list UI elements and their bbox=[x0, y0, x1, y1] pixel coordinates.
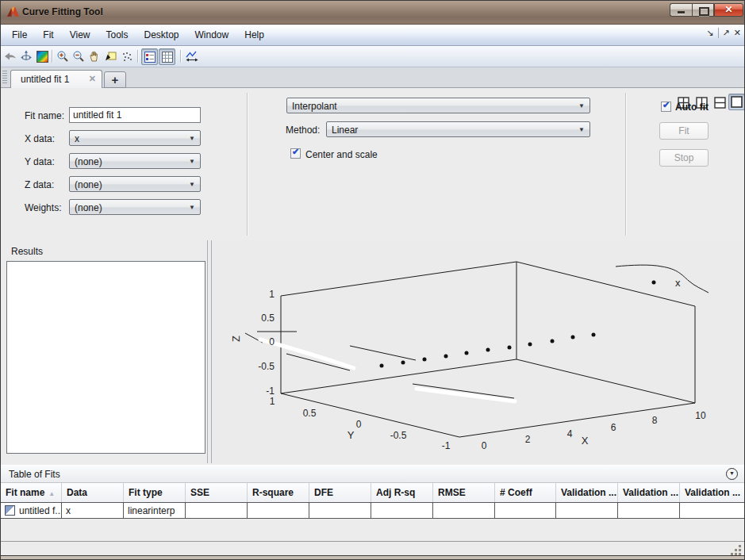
menu-desktop[interactable]: Desktop bbox=[136, 26, 187, 44]
title-bar[interactable]: Curve Fitting Tool ✕ bbox=[1, 1, 744, 25]
maximize-icon bbox=[699, 7, 709, 16]
minimize-icon bbox=[678, 11, 685, 13]
y-axis-label: Y bbox=[348, 429, 355, 441]
exclude-outliers-icon[interactable] bbox=[120, 49, 134, 63]
y-data-label: Y data: bbox=[25, 156, 55, 167]
method-select[interactable]: Linear ▼ bbox=[326, 121, 590, 137]
table-row-cell-validation-2[interactable] bbox=[618, 502, 680, 519]
layout-single-icon[interactable] bbox=[728, 94, 745, 110]
table-row-cell-fit-type[interactable]: linearinterp bbox=[124, 502, 186, 519]
status-bar bbox=[1, 541, 744, 556]
pan-icon[interactable] bbox=[87, 49, 102, 63]
table-row-cell-sse[interactable] bbox=[186, 502, 248, 519]
minimize-button[interactable] bbox=[670, 3, 692, 17]
table-row-cell-coeff[interactable] bbox=[495, 502, 556, 519]
z-data-label: Z data: bbox=[25, 179, 54, 190]
results-box[interactable] bbox=[6, 261, 205, 454]
col-header-data[interactable]: Data bbox=[62, 483, 124, 502]
collapse-panel-button[interactable]: ▼ bbox=[726, 468, 738, 480]
toolbar bbox=[1, 46, 744, 67]
menu-window[interactable]: Window bbox=[187, 26, 237, 44]
table-row-cell-data[interactable]: x bbox=[62, 502, 124, 519]
table-row-cell-dfe[interactable] bbox=[309, 502, 371, 519]
table-row-cell-validation-1[interactable] bbox=[556, 502, 618, 519]
chevron-down-icon: ▼ bbox=[189, 158, 195, 165]
add-fit-tab-button[interactable]: + bbox=[104, 71, 126, 88]
svg-text:0.5: 0.5 bbox=[303, 408, 317, 419]
plot-canvas[interactable]: x 1 0.5 0 -0.5 -1 Z 1 0.5 0 -0.5 -1 Y bbox=[213, 240, 745, 463]
tab-untitled-fit-1[interactable]: untitled fit 1 ✕ bbox=[10, 70, 102, 88]
col-header-adj-r-sq[interactable]: Adj R-sq bbox=[371, 483, 433, 502]
col-header-coeff[interactable]: # Coeff bbox=[495, 483, 556, 502]
table-row-cell-validation-3[interactable] bbox=[680, 502, 745, 519]
panel-divider bbox=[247, 93, 248, 236]
data-cursor-icon[interactable] bbox=[103, 49, 117, 63]
chevron-down-icon: ▼ bbox=[189, 181, 195, 188]
print-icon[interactable] bbox=[3, 49, 17, 63]
dock-icon[interactable]: ↘ bbox=[706, 28, 713, 38]
col-header-validation-2[interactable]: Validation ... bbox=[618, 483, 680, 502]
rotate-3d-icon[interactable] bbox=[19, 49, 33, 63]
menu-tools[interactable]: Tools bbox=[98, 26, 136, 44]
svg-text:-0.5: -0.5 bbox=[258, 361, 275, 372]
y-data-select[interactable]: (none) ▼ bbox=[69, 153, 201, 169]
table-row-cell-r-square[interactable] bbox=[248, 502, 309, 519]
maximize-button[interactable] bbox=[692, 3, 714, 17]
col-header-rmse[interactable]: RMSE bbox=[433, 483, 495, 502]
auto-fit-checkbox[interactable]: ✔ bbox=[661, 102, 671, 112]
table-row-cell-rmse[interactable] bbox=[433, 502, 495, 519]
svg-text:0: 0 bbox=[269, 336, 275, 347]
plot-panel: x 1 0.5 0 -0.5 -1 Z 1 0.5 0 -0.5 -1 Y bbox=[213, 240, 745, 463]
z-data-select[interactable]: (none) ▼ bbox=[69, 176, 201, 192]
col-header-sse[interactable]: SSE bbox=[186, 483, 248, 502]
contour-icon[interactable] bbox=[35, 49, 49, 63]
col-header-validation-1[interactable]: Validation ... bbox=[556, 483, 618, 502]
fit-name-input[interactable]: untitled fit 1 bbox=[69, 107, 201, 123]
legend-toggle-button[interactable] bbox=[141, 48, 158, 65]
menu-file[interactable]: File bbox=[4, 26, 35, 44]
tab-grip[interactable] bbox=[2, 71, 7, 85]
x-axis-label: X bbox=[582, 435, 589, 447]
fit-category-select[interactable]: Interpolant ▼ bbox=[286, 98, 590, 113]
center-and-scale-checkbox[interactable]: ✔ bbox=[290, 148, 301, 159]
menu-view[interactable]: View bbox=[62, 26, 98, 44]
divider bbox=[718, 28, 719, 38]
x-data-select[interactable]: x ▼ bbox=[69, 130, 201, 146]
close-icon: ✕ bbox=[724, 4, 732, 15]
matlab-logo-icon bbox=[6, 6, 20, 19]
contour-colormap bbox=[36, 51, 48, 63]
y-data-value: (none) bbox=[75, 156, 102, 167]
col-header-r-square[interactable]: R-square bbox=[248, 483, 309, 502]
tab-close-icon[interactable]: ✕ bbox=[89, 74, 96, 84]
layout-split-horizontal-icon[interactable] bbox=[712, 95, 727, 109]
z-axis-label: Z bbox=[230, 336, 242, 342]
table-of-fits-header: Table of Fits ▼ bbox=[1, 465, 744, 483]
col-header-dfe[interactable]: DFE bbox=[309, 483, 371, 502]
table-row-cell-fit-name[interactable]: untitled f... bbox=[1, 502, 62, 519]
results-plot-splitter[interactable] bbox=[207, 240, 212, 463]
col-header-fit-type[interactable]: Fit type bbox=[124, 483, 186, 502]
menubar-close-icon[interactable]: ✕ bbox=[734, 28, 741, 38]
zoom-out-icon[interactable] bbox=[71, 49, 86, 63]
method-value: Linear bbox=[332, 125, 358, 136]
stop-button[interactable]: Stop bbox=[659, 149, 709, 167]
adjust-axes-icon[interactable] bbox=[184, 49, 200, 63]
table-row-cell-adj-r-sq[interactable] bbox=[371, 502, 433, 519]
menubar-corner-controls: ↘ ↗ ✕ bbox=[706, 28, 741, 38]
panel-divider bbox=[625, 93, 626, 236]
plot-legend[interactable]: x bbox=[616, 265, 709, 293]
col-header-fit-name[interactable]: Fit name▲ bbox=[1, 483, 62, 502]
svg-text:8: 8 bbox=[652, 415, 658, 426]
x-data-value: x bbox=[75, 133, 79, 144]
undock-icon[interactable]: ↗ bbox=[723, 28, 730, 38]
z-data-value: (none) bbox=[75, 179, 102, 190]
col-header-validation-3[interactable]: Validation ... bbox=[680, 483, 745, 502]
weights-select[interactable]: (none) ▼ bbox=[69, 199, 201, 215]
close-button[interactable]: ✕ bbox=[714, 3, 743, 17]
grid-toggle-button[interactable] bbox=[159, 48, 175, 65]
menu-fit[interactable]: Fit bbox=[35, 26, 61, 44]
resize-grip[interactable] bbox=[732, 546, 741, 555]
menu-help[interactable]: Help bbox=[236, 26, 272, 44]
zoom-in-icon[interactable] bbox=[56, 49, 70, 63]
fit-button[interactable]: Fit bbox=[659, 122, 709, 140]
